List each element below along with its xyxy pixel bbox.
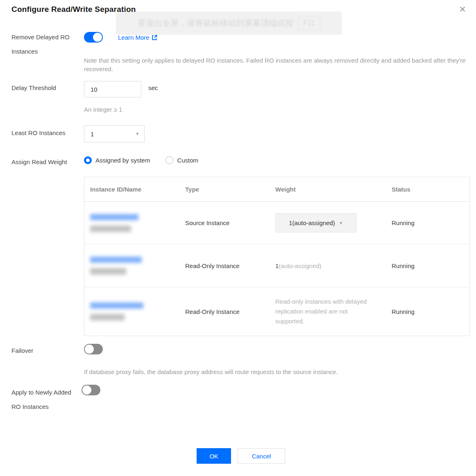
- close-icon[interactable]: ✕: [456, 3, 469, 16]
- table-row: Read-Only Instance 1(auto-assigned) Runn…: [84, 244, 469, 287]
- failover-toggle[interactable]: [84, 344, 103, 354]
- radio-custom[interactable]: Custom: [165, 156, 198, 164]
- status-badge: Running: [386, 219, 470, 226]
- remove-delayed-ro-toggle[interactable]: [84, 32, 103, 43]
- delay-threshold-input[interactable]: 10: [84, 81, 141, 97]
- radio-unselected-icon: [165, 156, 173, 164]
- col-type: Type: [179, 186, 270, 193]
- col-status: Status: [386, 186, 470, 193]
- weight-dropdown[interactable]: 1(auto-assigned) ▼: [275, 213, 356, 232]
- blurred-instance-id-link[interactable]: [90, 214, 138, 220]
- f11-key-badge: F11: [298, 16, 320, 30]
- radio-assigned-by-system[interactable]: Assigned by system: [84, 156, 150, 164]
- failover-description: If database proxy fails, the database pr…: [84, 368, 474, 376]
- table-header-row: Instance ID/Name Type Weight Status: [84, 177, 469, 202]
- status-badge: Running: [386, 308, 470, 315]
- delay-threshold-unit: sec: [148, 84, 158, 91]
- ok-button[interactable]: OK: [197, 448, 231, 464]
- instance-type: Read-Only Instance: [179, 308, 270, 315]
- external-link-icon: [152, 35, 157, 41]
- remove-delayed-ro-note: Note that this setting only applies to d…: [84, 56, 474, 73]
- chevron-down-icon: ▼: [339, 221, 343, 225]
- page-title: Configure Read/Write Separation: [11, 5, 136, 14]
- table-row: Source Instance 1(auto-assigned) ▼ Runni…: [84, 202, 469, 244]
- least-ro-instances-label: Least RO Instances: [11, 129, 66, 136]
- weight-cell: 1(auto-assigned) ▼: [270, 213, 386, 232]
- instance-type: Read-Only Instance: [179, 262, 270, 269]
- radio-selected-icon: [84, 156, 92, 164]
- col-weight: Weight: [270, 186, 386, 193]
- fullscreen-exit-toast-text: 要退出全屏，请将鼠标移动到屏幕顶端或按: [138, 18, 293, 29]
- delay-threshold-hint: An integer ≥ 1: [84, 105, 122, 114]
- instance-id-cell: [84, 214, 179, 232]
- blurred-instance-name: [90, 314, 125, 320]
- remove-delayed-ro-label: Remove Delayed RO Instances: [11, 30, 84, 59]
- fullscreen-exit-toast: 要退出全屏，请将鼠标移动到屏幕顶端或按 F11: [116, 11, 342, 35]
- blurred-instance-name: [90, 226, 131, 232]
- instances-table: Instance ID/Name Type Weight Status Sour…: [84, 177, 470, 336]
- apply-to-new-label: Apply to Newly Added RO Instances: [11, 385, 84, 414]
- blurred-instance-name: [90, 268, 126, 275]
- weight-cell: 1(auto-assigned): [270, 262, 386, 269]
- table-row: Read-Only Instance Read-only instances w…: [84, 287, 469, 336]
- failover-label: Failover: [11, 347, 33, 354]
- status-badge: Running: [386, 262, 470, 269]
- assign-read-weight-radio-group: Assigned by system Custom: [84, 156, 198, 164]
- blurred-instance-id-link[interactable]: [90, 257, 142, 263]
- learn-more-link[interactable]: Learn More: [118, 34, 157, 41]
- cancel-button[interactable]: Cancel: [238, 448, 285, 464]
- apply-to-new-toggle[interactable]: [82, 385, 100, 395]
- delay-threshold-label: Delay Threshold: [11, 84, 56, 91]
- instance-type: Source Instance: [179, 219, 270, 226]
- assign-read-weight-label: Assign Read Weight: [11, 158, 67, 165]
- instance-id-cell: [84, 302, 179, 320]
- blurred-instance-id-link[interactable]: [90, 302, 143, 309]
- least-ro-instances-select[interactable]: 1 ▼: [84, 125, 145, 142]
- weight-cell: Read-only instances with delayed replica…: [270, 297, 386, 326]
- chevron-down-icon: ▼: [136, 132, 139, 136]
- instance-id-cell: [84, 257, 179, 275]
- col-instance-id: Instance ID/Name: [84, 186, 179, 193]
